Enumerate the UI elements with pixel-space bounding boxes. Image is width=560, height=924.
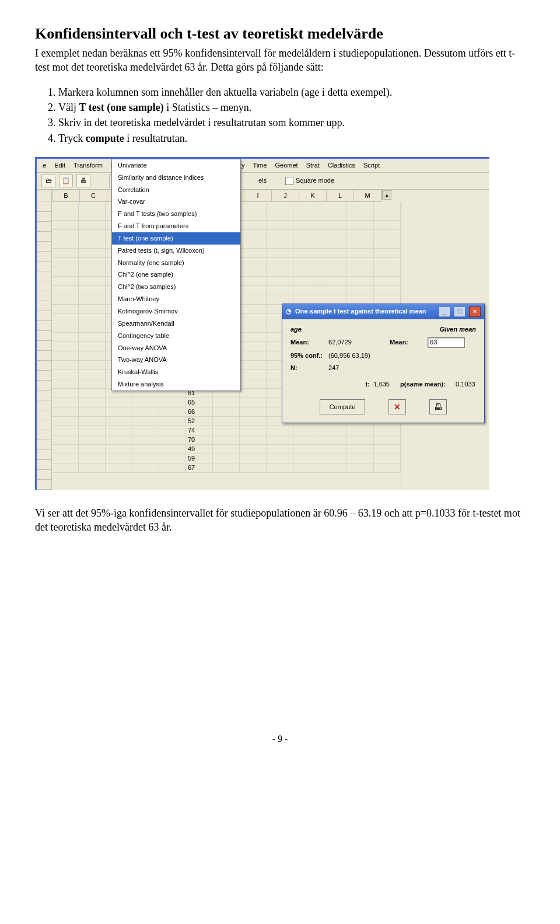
cell[interactable] [52,277,79,286]
cell[interactable] [79,221,106,230]
dropdown-item[interactable]: Chi^2 (two samples) [112,281,240,293]
dropdown-item[interactable]: Kolmogorov-Smirnov [112,305,240,318]
cell[interactable]: 49 [186,445,213,454]
cell[interactable] [267,445,293,454]
cell[interactable] [213,417,240,426]
cell[interactable] [240,426,267,435]
cell[interactable]: 65 [186,398,213,407]
cell[interactable] [240,333,267,342]
cell[interactable] [52,333,79,342]
cell[interactable] [132,454,159,463]
cell[interactable] [159,398,186,407]
row-header[interactable] [37,301,52,311]
cell[interactable] [347,277,374,286]
cell[interactable] [293,211,320,221]
column-header[interactable]: C [80,190,107,202]
close-x-button[interactable]: ✕ [388,399,406,414]
cell[interactable] [320,249,347,258]
dropdown-item[interactable]: Contingency table [112,330,240,342]
cell[interactable] [79,333,106,342]
dropdown-item[interactable]: Paired tests (t, sign, Wilcoxon) [112,245,240,257]
cell[interactable] [106,454,132,463]
cell[interactable] [347,426,374,435]
cell[interactable]: 52 [186,417,213,426]
cell[interactable] [79,267,106,277]
cell[interactable] [79,351,106,361]
cell[interactable] [52,323,79,333]
cell[interactable] [79,379,106,389]
cell[interactable] [52,267,79,277]
cell[interactable]: 67 [186,463,213,473]
row-header[interactable] [37,351,52,361]
cell[interactable] [240,398,267,407]
column-header[interactable]: I [244,190,272,202]
cell[interactable] [267,221,293,230]
dropdown-item[interactable]: Correlation [112,184,240,196]
cell[interactable] [240,295,267,305]
row-header[interactable] [37,311,52,321]
column-header[interactable]: M [354,190,382,202]
dropdown-item[interactable]: T test (one sample) [112,232,240,245]
cell[interactable] [79,370,106,379]
toolbar-print-icon[interactable]: 🖶 [76,175,90,187]
dropdown-item[interactable]: F and T tests (two samples) [112,208,240,220]
cell[interactable] [320,445,347,454]
cell[interactable] [52,370,79,379]
row-header[interactable] [37,371,52,381]
cell[interactable] [240,305,267,314]
menu-item[interactable]: Time [253,161,267,170]
scroll-up-icon[interactable]: ▴ [382,190,391,200]
row-header[interactable] [37,261,52,271]
cell[interactable] [374,230,401,239]
cell[interactable] [240,389,267,398]
given-mean-input[interactable]: 63 [428,337,465,348]
column-header[interactable]: B [52,190,80,202]
cell[interactable] [106,407,132,417]
cell[interactable] [267,211,293,221]
cell[interactable] [374,426,401,435]
cell[interactable] [240,407,267,417]
menu-item[interactable]: Edit [54,161,65,170]
row-header[interactable] [37,440,52,450]
cell[interactable] [106,445,132,454]
cell[interactable] [267,286,293,295]
cell[interactable] [132,435,159,445]
cell[interactable] [240,463,267,473]
cell[interactable] [132,426,159,435]
cell[interactable] [320,230,347,239]
cell[interactable] [267,239,293,249]
cell[interactable] [52,249,79,258]
cell[interactable] [374,202,401,211]
column-header[interactable]: K [299,190,327,202]
cell[interactable] [79,295,106,305]
dropdown-item[interactable]: One-way ANOVA [112,342,240,354]
cell[interactable] [79,249,106,258]
cell[interactable] [267,426,293,435]
cell[interactable] [52,379,79,389]
cell[interactable] [374,463,401,473]
maximize-icon[interactable]: □ [454,306,466,317]
cell[interactable] [320,454,347,463]
cell[interactable] [240,379,267,389]
cell[interactable] [347,211,374,221]
cell[interactable] [106,435,132,445]
cell[interactable] [79,435,106,445]
row-header[interactable] [37,420,52,430]
cell[interactable] [79,202,106,211]
cell[interactable] [267,267,293,277]
cell[interactable] [374,445,401,454]
cell[interactable] [267,435,293,445]
toolbar-copy-icon[interactable]: 📋 [59,175,73,187]
cell[interactable] [159,445,186,454]
dropdown-item[interactable]: Var-covar [112,196,240,208]
row-header[interactable] [37,252,52,261]
row-header[interactable] [37,281,52,291]
cell[interactable] [79,239,106,249]
menu-item[interactable]: Transform [74,161,103,170]
cell[interactable] [240,286,267,295]
cell[interactable] [79,445,106,454]
cell[interactable] [52,445,79,454]
cell[interactable] [79,463,106,473]
cell[interactable] [159,417,186,426]
cell[interactable] [52,211,79,221]
